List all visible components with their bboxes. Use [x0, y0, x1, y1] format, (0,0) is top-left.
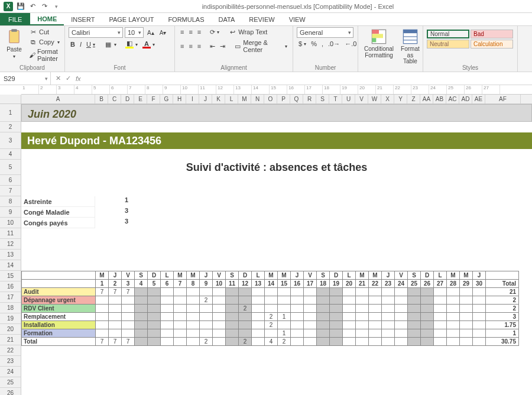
format-painter-button[interactable]: 🖌Format Painter: [27, 47, 61, 63]
day-cell[interactable]: [161, 288, 174, 296]
day-cell[interactable]: [252, 305, 265, 313]
day-cell[interactable]: [408, 296, 421, 305]
day-cell[interactable]: [395, 329, 408, 338]
day-cell[interactable]: [421, 288, 434, 296]
day-cell[interactable]: [304, 288, 317, 296]
font-color-button[interactable]: A▾: [141, 40, 157, 49]
qat-dropdown-icon[interactable]: ▾: [52, 2, 60, 11]
day-cell[interactable]: [252, 321, 265, 329]
column-header[interactable]: O: [264, 95, 277, 103]
align-right-button[interactable]: ≡: [196, 42, 203, 50]
column-header[interactable]: AB: [433, 95, 446, 103]
day-cell[interactable]: [148, 288, 161, 296]
format-as-table-button[interactable]: Format as Table: [398, 27, 422, 66]
day-cell[interactable]: [161, 313, 174, 321]
day-cell[interactable]: [148, 296, 161, 305]
day-cell[interactable]: [421, 305, 434, 313]
save-icon[interactable]: 💾: [17, 2, 25, 11]
day-cell[interactable]: [382, 305, 395, 313]
fill-color-button[interactable]: ◧▾: [124, 40, 140, 49]
day-cell[interactable]: [356, 313, 369, 321]
column-header[interactable]: S: [316, 95, 329, 103]
day-cell[interactable]: [317, 305, 330, 313]
day-cell[interactable]: [356, 329, 369, 338]
day-cell[interactable]: [304, 321, 317, 329]
row-header[interactable]: 20: [0, 324, 21, 335]
day-cell[interactable]: [200, 329, 213, 338]
tab-file[interactable]: FILE: [0, 13, 30, 25]
name-box[interactable]: S29: [0, 72, 51, 85]
day-cell[interactable]: [122, 305, 135, 313]
tab-page-layout[interactable]: PAGE LAYOUT: [102, 13, 161, 25]
day-cell[interactable]: [265, 288, 278, 296]
day-cell[interactable]: [239, 313, 252, 321]
day-cell[interactable]: [265, 296, 278, 305]
orientation-button[interactable]: ⟳▾: [208, 28, 221, 37]
column-header[interactable]: J: [199, 95, 212, 103]
day-cell[interactable]: [343, 313, 356, 321]
day-cell[interactable]: [122, 329, 135, 338]
align-middle-button[interactable]: ≡: [187, 28, 194, 36]
day-cell[interactable]: [460, 321, 473, 329]
day-cell[interactable]: [330, 305, 343, 313]
day-cell[interactable]: [330, 321, 343, 329]
day-cell[interactable]: [408, 288, 421, 296]
column-header[interactable]: L: [225, 95, 238, 103]
increase-decimal-button[interactable]: .0→: [326, 40, 342, 48]
day-cell[interactable]: 2: [200, 296, 213, 305]
day-cell[interactable]: [382, 329, 395, 338]
day-cell[interactable]: [109, 305, 122, 313]
row-header[interactable]: 1: [0, 104, 21, 122]
style-calculation[interactable]: Calculation: [471, 40, 513, 48]
number-format-select[interactable]: General: [297, 27, 353, 38]
day-cell[interactable]: [408, 305, 421, 313]
row-header[interactable]: 23: [0, 356, 21, 367]
day-cell[interactable]: [161, 321, 174, 329]
day-cell[interactable]: [187, 288, 200, 296]
day-cell[interactable]: [96, 296, 109, 305]
day-cell[interactable]: [343, 305, 356, 313]
day-cell[interactable]: [434, 305, 447, 313]
tab-review[interactable]: REVIEW: [242, 13, 281, 25]
day-cell[interactable]: [317, 296, 330, 305]
day-cell[interactable]: [434, 313, 447, 321]
day-cell[interactable]: [135, 329, 148, 338]
day-cell[interactable]: 7: [109, 288, 122, 296]
day-cell[interactable]: [395, 321, 408, 329]
day-cell[interactable]: [122, 296, 135, 305]
day-cell[interactable]: [343, 321, 356, 329]
row-header[interactable]: 11: [0, 228, 21, 239]
column-header[interactable]: AC: [446, 95, 459, 103]
day-cell[interactable]: [395, 296, 408, 305]
day-cell[interactable]: [213, 305, 226, 313]
day-cell[interactable]: [356, 296, 369, 305]
column-header[interactable]: P: [277, 95, 290, 103]
day-cell[interactable]: [226, 288, 239, 296]
day-cell[interactable]: [278, 296, 291, 305]
day-cell[interactable]: [174, 305, 187, 313]
day-cell[interactable]: [96, 305, 109, 313]
day-cell[interactable]: [174, 313, 187, 321]
day-cell[interactable]: [213, 313, 226, 321]
day-cell[interactable]: [460, 313, 473, 321]
cut-button[interactable]: ✂Cut: [27, 27, 61, 37]
style-bad[interactable]: Bad: [471, 30, 513, 38]
day-cell[interactable]: [187, 305, 200, 313]
column-header[interactable]: D: [121, 95, 134, 103]
day-cell[interactable]: [408, 329, 421, 338]
font-name-select[interactable]: Calibri: [69, 27, 123, 38]
day-cell[interactable]: [135, 296, 148, 305]
column-header[interactable]: W: [368, 95, 381, 103]
day-cell[interactable]: [96, 313, 109, 321]
paste-button[interactable]: Paste ▾: [4, 27, 25, 60]
row-header[interactable]: 7: [0, 186, 21, 196]
day-cell[interactable]: [252, 329, 265, 338]
day-cell[interactable]: [382, 288, 395, 296]
day-cell[interactable]: [304, 305, 317, 313]
day-cell[interactable]: [135, 288, 148, 296]
column-header[interactable]: R: [303, 95, 316, 103]
column-header[interactable]: Q: [290, 95, 303, 103]
row-header[interactable]: 26: [0, 388, 21, 395]
day-cell[interactable]: 1: [278, 329, 291, 338]
row-header[interactable]: 16: [0, 281, 21, 292]
